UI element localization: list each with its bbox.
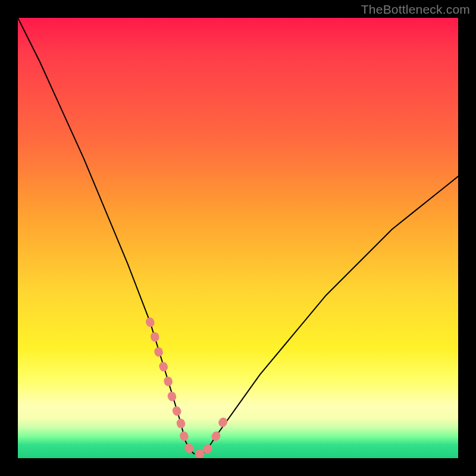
plot-area <box>18 18 458 458</box>
chart-frame: TheBottleneck.com <box>0 0 476 476</box>
curve-layer <box>18 18 458 458</box>
watermark-text: TheBottleneck.com <box>361 2 470 17</box>
bottleneck-curve <box>18 18 458 454</box>
